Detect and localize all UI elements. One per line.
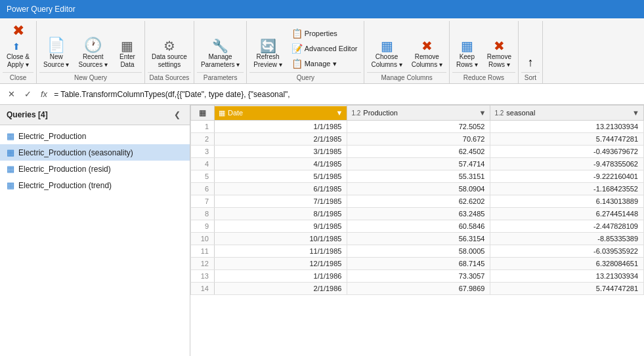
ribbon-group-data-sources-label: Data Sources: [148, 72, 191, 83]
ribbon-group-new-query: 📄 NewSource ▾ 🕐 RecentSources ▾ ▦ EnterD…: [37, 21, 145, 83]
table-row[interactable]: 8 8/1/1985 63.2485 6.274451448: [191, 208, 644, 220]
table-row[interactable]: 2 2/1/1985 70.672 5.744747281: [191, 133, 644, 146]
date-cell: 8/1/1985: [215, 208, 347, 220]
table-row[interactable]: 10 10/1/1985 56.3154 -8.85335389: [191, 233, 644, 245]
seasonal-cell: -9.478355062: [490, 158, 644, 170]
seasonal-cell: 6.143013889: [490, 195, 644, 208]
recent-sources-icon: 🕐: [84, 38, 102, 52]
seasonal-column-filter[interactable]: ▼: [632, 109, 639, 117]
formula-bar: ✕ ✓ fx: [0, 84, 644, 105]
query-item-label: Electric_Production (trend): [18, 181, 112, 190]
seasonal-column-label: seasonal: [506, 109, 535, 117]
properties-button[interactable]: 📋 Properties: [288, 26, 362, 41]
data-source-settings-button[interactable]: ⚙ Data sourcesettings: [148, 37, 191, 71]
properties-icon: 📋: [291, 28, 303, 39]
manage-button[interactable]: 📋 Manage ▾: [288, 56, 362, 71]
production-cell: 57.4714: [347, 158, 490, 170]
table-row[interactable]: 4 4/1/1985 57.4714 -9.478355062: [191, 158, 644, 170]
query-item-electric-production-resid[interactable]: ▦ Electric_Production (resid): [0, 161, 190, 177]
queries-header: Queries [4] ❮: [0, 105, 190, 125]
collapse-panel-button[interactable]: ❮: [171, 109, 183, 121]
production-column-label: Production: [363, 109, 398, 117]
table-row[interactable]: 14 2/1/1986 67.9869 5.744747281: [191, 283, 644, 295]
date-type-icon: ▦: [219, 109, 225, 117]
row-number: 8: [191, 208, 215, 220]
remove-rows-icon: ✖: [494, 39, 505, 52]
query-table-icon: ▦: [7, 131, 14, 141]
table-row[interactable]: 1 1/1/1985 72.5052 13.21303934: [191, 121, 644, 133]
seasonal-cell: 13.21303934: [490, 270, 644, 283]
table-row[interactable]: 7 7/1/1985 62.6202 6.143013889: [191, 195, 644, 208]
table-row[interactable]: 5 5/1/1985 55.3151 -9.222160401: [191, 170, 644, 183]
query-item-label: Electric_Production: [18, 132, 86, 141]
table-row[interactable]: 12 12/1/1985 68.7145 6.328084651: [191, 258, 644, 270]
date-column-filter[interactable]: ▼: [336, 109, 343, 117]
keep-rows-button[interactable]: ▦ KeepRows ▾: [452, 37, 482, 71]
ribbon-group-close-items: ✖⬆ Close &Apply ▾: [3, 21, 33, 71]
production-cell: 58.0904: [347, 183, 490, 195]
column-header-seasonal: 1.2 seasonal ▼: [490, 106, 644, 121]
ribbon-group-reduce-rows: ▦ KeepRows ▾ ✖ RemoveRows ▾ Reduce Rows: [450, 21, 519, 83]
choose-columns-button[interactable]: ▦ ChooseColumns ▾: [367, 37, 406, 71]
keep-rows-icon: ▦: [461, 39, 473, 52]
data-table: ▦ ▦ Date ▼ 1.2 Producti: [190, 105, 644, 295]
advanced-editor-button[interactable]: 📝 Advanced Editor: [288, 41, 362, 56]
production-cell: 62.4502: [347, 146, 490, 158]
query-list: ▦ Electric_Production ▦ Electric_Product…: [0, 125, 190, 356]
production-cell: 73.3057: [347, 270, 490, 283]
recent-sources-button[interactable]: 🕐 RecentSources ▾: [74, 35, 111, 71]
queries-title: Queries [4]: [7, 110, 48, 119]
refresh-preview-button[interactable]: 🔄 RefreshPreview ▾: [249, 37, 286, 71]
formula-confirm-button[interactable]: ✓: [22, 88, 34, 100]
ribbon-group-query: 🔄 RefreshPreview ▾ 📋 Properties 📝 Advanc…: [247, 21, 364, 83]
date-cell: 7/1/1985: [215, 195, 347, 208]
ribbon-group-manage-columns: ▦ ChooseColumns ▾ ✖ RemoveColumns ▾ Mana…: [364, 21, 450, 83]
production-cell: 55.3151: [347, 170, 490, 183]
formula-cancel-button[interactable]: ✕: [5, 88, 18, 100]
query-item-electric-production[interactable]: ▦ Electric_Production: [0, 128, 190, 144]
choose-columns-icon: ▦: [381, 39, 393, 52]
remove-rows-button[interactable]: ✖ RemoveRows ▾: [483, 37, 515, 71]
sort-asc-icon: ↑: [527, 56, 533, 68]
formula-input[interactable]: [54, 90, 639, 99]
ribbon-group-sort: ↑ Sort: [519, 21, 543, 83]
advanced-editor-icon: 📝: [291, 43, 303, 54]
table-row[interactable]: 3 3/1/1985 62.4502 -0.493679672: [191, 146, 644, 158]
row-number: 3: [191, 146, 215, 158]
column-header-date: ▦ Date ▼: [215, 106, 347, 121]
ribbon-group-reduce-rows-items: ▦ KeepRows ▾ ✖ RemoveRows ▾: [452, 21, 515, 71]
manage-icon: 📋: [291, 58, 303, 69]
query-item-electric-production-seasonality[interactable]: ▦ Electric_Production (seasonality): [0, 144, 190, 161]
manage-parameters-button[interactable]: 🔧 ManageParameters ▾: [197, 37, 244, 71]
date-column-label: Date: [228, 109, 243, 117]
table-row[interactable]: 9 9/1/1985 60.5846 -2.447828109: [191, 220, 644, 233]
row-number: 11: [191, 245, 215, 258]
select-all-header[interactable]: ▦: [191, 106, 215, 121]
new-source-button[interactable]: 📄 NewSource ▾: [39, 35, 73, 71]
date-cell: 5/1/1985: [215, 170, 347, 183]
advanced-editor-label: Advanced Editor: [305, 45, 358, 52]
date-cell: 4/1/1985: [215, 158, 347, 170]
new-source-icon: 📄: [47, 38, 65, 52]
table-row[interactable]: 13 1/1/1986 73.3057 13.21303934: [191, 270, 644, 283]
sort-asc-button[interactable]: ↑: [521, 54, 540, 71]
close-apply-button[interactable]: ✖⬆ Close &Apply ▾: [3, 21, 33, 71]
date-cell: 11/1/1985: [215, 245, 347, 258]
main-content: Queries [4] ❮ ▦ Electric_Production ▦ El…: [0, 105, 644, 356]
table-row[interactable]: 6 6/1/1985 58.0904 -1.168423552: [191, 183, 644, 195]
data-panel: ▦ ▦ Date ▼ 1.2 Producti: [190, 105, 644, 356]
enter-data-label: EnterData: [119, 53, 135, 69]
query-item-electric-production-trend[interactable]: ▦ Electric_Production (trend): [0, 177, 190, 193]
date-cell: 10/1/1985: [215, 233, 347, 245]
remove-columns-button[interactable]: ✖ RemoveColumns ▾: [408, 37, 446, 71]
table-row[interactable]: 11 11/1/1985 58.0005 -6.039535922: [191, 245, 644, 258]
enter-data-button[interactable]: ▦ EnterData: [113, 37, 142, 71]
row-number: 6: [191, 183, 215, 195]
ribbon-group-close: ✖⬆ Close &Apply ▾ Close: [0, 21, 37, 83]
row-number: 2: [191, 133, 215, 146]
ribbon-group-sort-items: ↑: [521, 21, 540, 71]
data-grid: ▦ ▦ Date ▼ 1.2 Producti: [190, 105, 644, 356]
production-column-filter[interactable]: ▼: [479, 109, 486, 117]
manage-label: Manage ▾: [305, 60, 337, 68]
ribbon-group-query-label: Query: [249, 72, 361, 83]
